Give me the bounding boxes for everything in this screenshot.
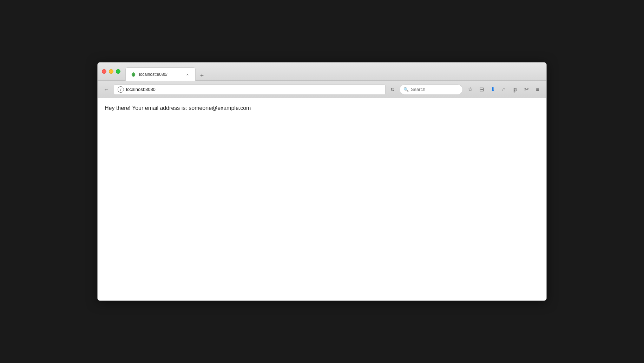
reload-icon: ↻	[390, 87, 395, 92]
maximize-button[interactable]	[116, 69, 120, 74]
download-button[interactable]: ⬇	[487, 84, 498, 95]
active-tab[interactable]: localhost:8080/ ×	[125, 67, 196, 81]
title-bar: localhost:8080/ × +	[98, 62, 546, 81]
leaf-icon	[131, 72, 136, 77]
address-input[interactable]	[126, 87, 382, 92]
info-icon: i	[120, 87, 121, 92]
pocket-icon: 𝕡	[513, 86, 517, 93]
close-button[interactable]	[102, 69, 106, 74]
new-tab-button[interactable]: +	[197, 71, 207, 80]
search-input[interactable]	[411, 87, 456, 92]
back-button[interactable]: ←	[101, 84, 112, 95]
pocket-button[interactable]: 𝕡	[510, 84, 520, 95]
tab-close-button[interactable]: ×	[185, 72, 190, 77]
toolbar-icons: ☆ ⊟ ⬇ ⌂ 𝕡 ✂ ≡	[465, 84, 543, 95]
tabs-area: localhost:8080/ × +	[125, 62, 542, 80]
content-area: Hey there! Your email address is: someon…	[98, 98, 546, 301]
tab-favicon	[131, 72, 136, 77]
search-icon: 🔍	[403, 87, 409, 92]
download-icon: ⬇	[491, 86, 495, 93]
menu-button[interactable]: ≡	[532, 84, 543, 95]
clipboard-icon: ⊟	[479, 86, 484, 93]
tab-title: localhost:8080/	[139, 72, 182, 77]
home-button[interactable]: ⌂	[499, 84, 509, 95]
extensions-icon: ✂	[524, 86, 529, 93]
home-icon: ⌂	[502, 86, 506, 93]
browser-window: localhost:8080/ × + ← i ↻ 🔍 ☆	[97, 62, 547, 301]
extensions-button[interactable]: ✂	[521, 84, 532, 95]
reload-button[interactable]: ↻	[388, 85, 397, 94]
back-icon: ←	[104, 86, 109, 93]
search-bar[interactable]: 🔍	[400, 84, 463, 95]
traffic-lights	[102, 69, 120, 74]
info-button[interactable]: i	[118, 86, 124, 93]
page-message: Hey there! Your email address is: someon…	[105, 104, 539, 112]
nav-bar: ← i ↻ 🔍 ☆ ⊟ ⬇ ⌂	[98, 81, 546, 98]
clipboard-button[interactable]: ⊟	[476, 84, 487, 95]
bookmark-button[interactable]: ☆	[465, 84, 475, 95]
minimize-button[interactable]	[109, 69, 113, 74]
bookmark-icon: ☆	[468, 86, 473, 93]
address-bar[interactable]: i	[114, 84, 386, 95]
hamburger-icon: ≡	[536, 86, 539, 93]
